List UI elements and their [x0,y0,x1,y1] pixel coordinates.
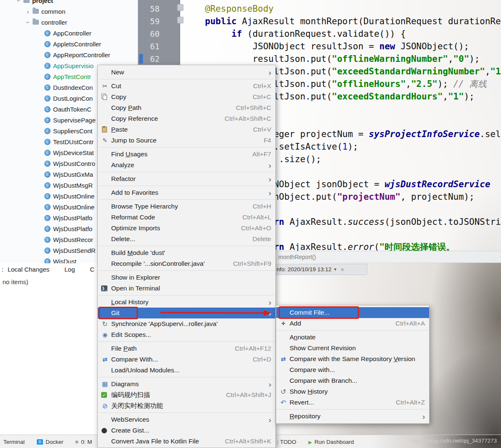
vcs-tab-local-changes[interactable]: Local Changes [8,266,49,273]
vcs-log-date-filter[interactable]: nfo: 2020/10/19 13:12 ▾ × [274,264,367,275]
menu-item-copy-reference[interactable]: Copy ReferenceCtrl+Alt+Shift+C [98,113,275,124]
menu-item-compare-with[interactable]: Compare With...Ctrl+D [98,354,275,365]
menu-separator [99,172,275,172]
menu-item-jump-to-source[interactable]: Jump to SourceF4 [98,135,275,146]
messages-icon: ≡ [75,439,79,445]
menu-item-shortcut: Ctrl+X [245,82,272,90]
menu-item-cut[interactable]: CutCtrl+X [98,81,275,92]
statusbar-todo[interactable]: : TODO [277,435,296,448]
menu-item-copy[interactable]: CopyCtrl+C [98,92,275,102]
menu-item-add[interactable]: AddCtrl+Alt+A [276,318,429,329]
filter-label: nfo: 2020/10/19 13:12 [277,266,331,272]
code-line: @ResponseBody [184,3,274,15]
menu-item-label: Add [290,320,301,327]
menu-item-label: Recompile '...sionController.java' [111,260,205,267]
menu-icon-blank [100,367,109,374]
menu-item-shortcut: Ctrl+Alt+Shift+K [216,438,271,445]
menu-item-new[interactable]: New› [98,67,275,78]
menu-item-open-in-terminal[interactable]: Open in Terminal [98,283,275,294]
tree-item-common[interactable]: ›common [0,6,138,17]
menu-item-label: Copy Path [111,104,141,112]
menu-icon-blank [100,104,109,111]
menu-item-reformat-code[interactable]: Reformat CodeCtrl+Alt+L [98,212,275,223]
close-icon[interactable]: × [341,266,344,273]
tree-item-project[interactable]: ›project [0,0,138,6]
menu-item-build-module-dust[interactable]: Build Module 'dust' [98,247,275,258]
vcs-tab-c[interactable]: C [90,266,94,273]
menu-item-edit-scopes[interactable]: Edit Scopes... [98,329,275,340]
menu-item-diagrams[interactable]: Diagrams› [98,379,275,389]
menu-item-shortcut: Ctrl+Alt+O [233,224,271,232]
menu-item-label: Repository [290,412,320,420]
menu-item-browse-type-hierarchy[interactable]: Browse Type HierarchyCtrl+H [98,201,275,212]
menu-item-commit-file[interactable]: Commit File... [276,307,429,318]
menu-item-label: Copy [111,93,126,101]
menu-item-repository[interactable]: Repository› [276,411,429,422]
menu-item-convert-java-file-to-kotlin-file[interactable]: Convert Java File to Kotlin FileCtrl+Alt… [98,436,275,447]
chevron-down-icon[interactable]: ▾ [334,267,336,272]
submenu-arrow-icon: › [260,69,271,76]
nolive-icon [100,402,109,409]
statusbar-run-dashboard[interactable]: Run Dashboard [308,435,354,448]
menu-item-recompile-sioncontroller-java[interactable]: Recompile '...sionController.java'Ctrl+S… [98,258,275,269]
tree-item-controller[interactable]: ›controller [0,17,138,28]
tree-item-appletscontroller[interactable]: AppletsController [0,38,138,49]
menu-item-compare-with[interactable]: Compare with... [276,364,429,375]
menu-item-label: Load/Unload Modules... [111,367,180,374]
menu-item-label: Synchronize 'AppSupervi...roller.java' [111,320,218,328]
git-submenu: Commit File...AddCtrl+Alt+AAnnotateShow … [276,305,430,424]
menu-item-shortcut: Ctrl+Alt+F12 [226,345,271,352]
menu-item-annotate[interactable]: Annotate [276,332,429,343]
pencil-icon [100,137,109,144]
menu-item-webservices[interactable]: WebServices› [98,414,275,425]
code-line: resultJson.put("offlineWarningNumber","0… [184,53,480,65]
menu-item-revert[interactable]: Revert...Ctrl+Alt+Z [276,397,429,408]
menu-icon-blank [100,189,109,196]
menu-icon-blank [100,310,109,316]
class-icon [44,182,51,188]
vcs-empty-text: no items) [3,278,28,285]
menu-item-paste[interactable]: PasteCtrl+V [98,124,275,135]
menu-item-file-path[interactable]: File PathCtrl+Alt+F12 [98,343,275,354]
statusbar-messages[interactable]: ≡ 0: M [75,435,92,448]
menu-item-create-gist[interactable]: Create Gist... [98,425,275,436]
menu-item-synchronize-appsupervi-roller-java[interactable]: Synchronize 'AppSupervi...roller.java' [98,318,275,329]
menu-item-load-unload-modules[interactable]: Load/Unload Modules... [98,365,275,376]
menu-icon-blank [100,260,109,267]
menu-item-compare-with-branch[interactable]: Compare with Branch... [276,375,429,386]
menu-item-disable-live-check[interactable]: 关闭实时检测功能 [98,400,275,411]
chevron-expanded-icon[interactable]: › [25,19,32,25]
chevron-expanded-icon[interactable]: › [15,0,23,3]
menu-item-delete[interactable]: Delete...Delete [98,234,275,244]
menu-item-show-current-revision[interactable]: Show Current Revision [276,343,429,354]
menu-item-compare-with-the-same-repository-version[interactable]: Compare with the Same Repository Version [276,354,429,364]
menu-item-copy-path[interactable]: Copy PathCtrl+Shift+C [98,102,275,113]
menu-item-find-usages[interactable]: Find UsagesAlt+F7 [98,149,275,160]
menu-item-show-history[interactable]: Show History [276,386,429,397]
menu-item-show-in-explorer[interactable]: Show in Explorer [98,272,275,283]
menu-item-label: Reformat Code [111,214,155,221]
line-number: 61 [138,40,160,53]
menu-item-refactor[interactable]: Refactor› [98,173,275,184]
chevron-collapsed-icon[interactable]: › [25,8,31,15]
tree-item-appreportcontroller[interactable]: AppReportController [0,49,138,60]
compare-icon [100,356,109,363]
menu-item-analyze[interactable]: Analyze› [98,160,275,171]
class-icon [44,74,51,80]
menu-item-label: Compare with... [290,366,335,374]
menu-item-label: Browse Type Hierarchy [111,203,178,210]
submenu-arrow-icon: › [260,380,271,388]
menu-item-code-scan[interactable]: 编码规约扫描Ctrl+Alt+Shift+J [98,389,275,400]
statusbar-terminal[interactable]: Terminal [3,435,25,448]
menu-item-shortcut: Alt+F7 [244,150,271,158]
statusbar-docker[interactable]: Docker [37,435,64,448]
submenu-arrow-icon: › [260,189,271,197]
vcs-tab-log[interactable]: Log [64,266,75,273]
menu-item-git[interactable]: Git› [98,308,275,318]
menu-item-optimize-imports[interactable]: Optimize ImportsCtrl+Alt+O [98,223,275,234]
menu-item-local-history[interactable]: Local History› [98,297,275,308]
tree-item-appcontroller[interactable]: AppController [0,28,138,38]
menu-item-add-to-favorites[interactable]: Add to Favorites› [98,187,275,198]
breadcrumb[interactable]: monthReport() [278,254,316,260]
context-menu: New›CutCtrl+XCopyCtrl+CCopy PathCtrl+Shi… [97,65,276,448]
